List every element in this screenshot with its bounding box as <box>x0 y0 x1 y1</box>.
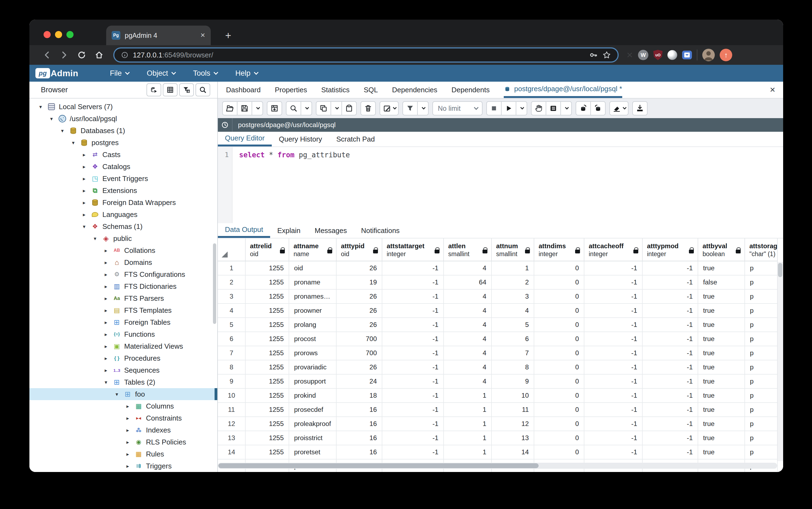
data-cell[interactable]: pronamespace <box>289 290 336 304</box>
data-cell[interactable]: 1 <box>444 417 492 431</box>
extension-sphere-icon[interactable] <box>668 50 677 60</box>
data-cell[interactable]: -1 <box>382 417 444 431</box>
data-cell[interactable]: 1255 <box>246 375 289 389</box>
data-cell[interactable]: 1255 <box>246 304 289 318</box>
tree-item-foreign-tables[interactable]: ▸⊞Foreign Tables <box>29 316 217 328</box>
row-number-cell[interactable]: 10 <box>218 389 246 403</box>
row-limit-select[interactable]: No limit <box>432 101 483 115</box>
table-row[interactable]: 41255proowner26-1440-1-1truep <box>218 304 783 318</box>
expand-icon[interactable]: ▸ <box>80 200 88 206</box>
save-data-button[interactable] <box>267 101 282 115</box>
paste-button[interactable] <box>342 101 357 115</box>
sql-code-line[interactable]: select * from pg_attribute <box>232 147 783 223</box>
data-cell[interactable]: -1 <box>643 361 698 375</box>
filter-table-button[interactable] <box>179 83 194 96</box>
row-number-cell[interactable]: 5 <box>218 318 246 332</box>
site-info-icon[interactable] <box>121 51 129 59</box>
tree-item-fts-templates[interactable]: ▸▤FTS Templates <box>29 304 217 316</box>
object-explorer-button[interactable] <box>147 83 161 96</box>
expand-icon[interactable]: ▸ <box>124 415 131 421</box>
reload-icon[interactable] <box>75 48 88 62</box>
dropdown-caret-button[interactable] <box>252 101 263 115</box>
tree-item-collations[interactable]: ▸ABCollations <box>29 244 217 257</box>
data-cell[interactable]: -1 <box>584 275 643 290</box>
dropdown-caret-button[interactable] <box>331 101 342 115</box>
data-cell[interactable]: -1 <box>643 261 698 275</box>
data-cell[interactable]: 5 <box>492 318 534 332</box>
data-cell[interactable]: 0 <box>534 417 584 431</box>
data-cell[interactable]: 26 <box>336 261 382 275</box>
table-row[interactable]: 81255provariadic26-1480-1-1truep <box>218 361 783 375</box>
data-cell[interactable]: -1 <box>643 431 698 445</box>
data-cell[interactable]: 4 <box>444 346 492 361</box>
data-cell[interactable]: 0 <box>534 290 584 304</box>
data-cell[interactable]: -1 <box>382 375 444 389</box>
data-cell[interactable]: 4 <box>444 261 492 275</box>
bookmark-star-icon[interactable] <box>602 50 611 59</box>
data-cell[interactable]: -1 <box>643 403 698 417</box>
data-cell[interactable]: 4 <box>444 361 492 375</box>
column-header-attname[interactable]: attnamename <box>289 238 336 261</box>
expand-icon[interactable]: ▸ <box>80 188 88 194</box>
column-header-attndims[interactable]: attndimsinteger <box>534 238 584 261</box>
data-cell[interactable]: 1255 <box>246 275 289 290</box>
data-cell[interactable]: -1 <box>643 445 698 460</box>
tab-messages[interactable]: Messages <box>307 223 354 238</box>
menu-file[interactable]: File <box>110 69 129 77</box>
tree-item-public[interactable]: ▾◈public <box>29 233 217 244</box>
data-cell[interactable]: 1 <box>444 389 492 403</box>
data-cell[interactable]: -1 <box>382 403 444 417</box>
data-cell[interactable]: -1 <box>382 318 444 332</box>
minimize-window-button[interactable] <box>55 31 62 38</box>
data-cell[interactable]: -1 <box>643 389 698 403</box>
tab-data-output[interactable]: Data Output <box>218 223 270 238</box>
table-row[interactable]: 61255procost700-1460-1-1truep <box>218 332 783 346</box>
data-cell[interactable]: p <box>745 389 778 403</box>
expand-icon[interactable]: ▸ <box>102 260 109 266</box>
find-button[interactable] <box>286 101 301 115</box>
expand-icon[interactable]: ▸ <box>80 176 88 182</box>
data-cell[interactable]: -1 <box>584 332 643 346</box>
save-file-button[interactable] <box>237 101 252 115</box>
collapse-icon[interactable]: ▾ <box>102 379 109 385</box>
tab-query-history[interactable]: Query History <box>272 132 329 146</box>
data-cell[interactable]: 19 <box>336 275 382 290</box>
data-cell[interactable]: prolang <box>289 318 336 332</box>
tree-item-materialized-views[interactable]: ▸▣Materialized Views <box>29 340 217 352</box>
data-cell[interactable]: 700 <box>336 332 382 346</box>
data-cell[interactable]: p <box>745 403 778 417</box>
expand-icon[interactable]: ▸ <box>102 283 109 290</box>
data-cell[interactable]: prokind <box>289 389 336 403</box>
data-cell[interactable]: proisstrict <box>289 431 336 445</box>
tree-item-domains[interactable]: ▸⌂Domains <box>29 257 217 268</box>
data-cell[interactable]: proretset <box>289 445 336 460</box>
data-cell[interactable]: -1 <box>643 290 698 304</box>
data-cell[interactable]: 4 <box>444 290 492 304</box>
macros-button[interactable] <box>546 101 561 115</box>
tab-dashboard[interactable]: Dashboard <box>226 82 261 98</box>
data-cell[interactable]: 1255 <box>246 431 289 445</box>
row-number-cell[interactable]: 7 <box>218 346 246 361</box>
tree-item-foreign-data-wrappers[interactable]: ▸Foreign Data Wrappers <box>29 197 217 208</box>
data-cell[interactable]: p <box>745 361 778 375</box>
data-cell[interactable]: -1 <box>643 304 698 318</box>
data-cell[interactable]: 1 <box>444 403 492 417</box>
execute-button[interactable] <box>501 101 516 115</box>
data-cell[interactable]: 0 <box>534 304 584 318</box>
data-cell[interactable]: oid <box>289 261 336 275</box>
data-cell[interactable]: procost <box>289 332 336 346</box>
data-cell[interactable]: p <box>745 318 778 332</box>
data-cell[interactable]: 4 <box>444 318 492 332</box>
expand-icon[interactable]: ▸ <box>124 463 131 469</box>
data-cell[interactable]: -1 <box>584 346 643 361</box>
dashboard-grid-button[interactable] <box>163 83 177 96</box>
commit-button[interactable] <box>576 101 591 115</box>
tab-dependencies[interactable]: Dependencies <box>392 82 437 98</box>
tab-sql[interactable]: SQL <box>364 82 378 98</box>
data-cell[interactable]: 6 <box>492 332 534 346</box>
tree-item-procedures[interactable]: ▸{ }Procedures <box>29 352 217 364</box>
data-cell[interactable]: 1255 <box>246 318 289 332</box>
data-cell[interactable]: -1 <box>643 275 698 290</box>
download-button[interactable] <box>632 101 648 115</box>
delete-button[interactable] <box>360 101 376 115</box>
